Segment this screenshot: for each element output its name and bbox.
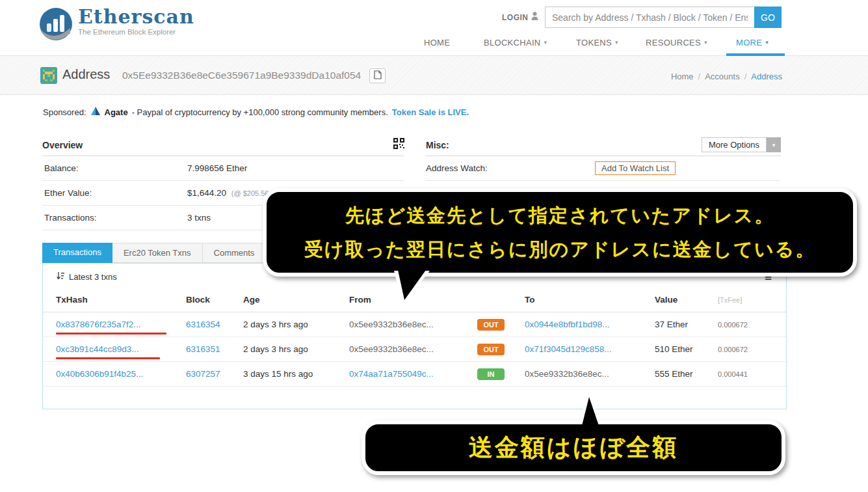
col-age: Age — [243, 295, 349, 305]
breadcrumb-separator — [744, 72, 747, 81]
address-value: 0x5Ee9332B36e8eC6e359671a9Be9339dDa10af0… — [122, 70, 361, 81]
annotation-bubble-bottom: 送金額はほぼ全額 — [362, 420, 785, 475]
chevron-down-icon: ▾ — [767, 137, 781, 152]
misc-title: Misc: — [426, 140, 449, 150]
red-underline-annotation — [56, 333, 166, 335]
bubble-tail — [582, 397, 599, 426]
login-link[interactable]: LOGIN — [502, 12, 538, 23]
breadcrumb-address[interactable]: Address — [751, 72, 782, 81]
age-cell: 2 days 3 hrs ago — [243, 320, 349, 329]
table-row: 0x40b6306b91f4b25... 6307257 3 days 15 h… — [43, 362, 786, 387]
breadcrumb-home[interactable]: Home — [671, 72, 694, 81]
table-row: 0xc3b91c44cc89d3... 6316351 2 days 3 hrs… — [43, 337, 786, 362]
nav-item-tokens[interactable]: TOKENS ▾ — [576, 38, 618, 48]
page-title: Address — [62, 67, 110, 82]
sponsored-label: Sponsored: — [43, 107, 86, 117]
ether-value-label: Ether Value: — [44, 188, 187, 198]
txhash-link[interactable]: 0x8378676f235a7f2... — [56, 320, 141, 329]
tab-erc20-token-txns[interactable]: Erc20 Token Txns — [112, 243, 203, 263]
sponsored-link[interactable]: Token Sale is LIVE. — [392, 107, 469, 117]
sort-amount-icon — [56, 271, 65, 282]
txfee-cell: 0.000672 — [718, 321, 774, 329]
sponsored-text: - Paypal of cryptocurrency by +100,000 s… — [132, 107, 388, 117]
nav-item-home[interactable]: HOME — [424, 38, 450, 48]
search-go-button[interactable]: GO — [754, 7, 782, 28]
txn-summary-label: Latest 3 txns — [69, 272, 117, 282]
address-watch-row: Address Watch: Add To Watch List — [426, 156, 781, 181]
col-value: Value — [655, 295, 718, 305]
from-address: 0x5ee9332b36e8ec... — [349, 320, 477, 329]
age-cell: 2 days 3 hrs ago — [243, 344, 349, 354]
balance-row: Balance: 7.998656 Ether — [42, 156, 404, 181]
sponsored-banner: Sponsored: Agate - Paypal of cryptocurre… — [43, 106, 469, 118]
annotation-line-2: 受け取った翌日にさらに別のアドレスに送金している。 — [273, 232, 847, 266]
breadcrumb: Home Accounts Address — [671, 72, 782, 81]
annotation-text: 送金額はほぼ全額 — [372, 428, 775, 467]
annotation-line-1: 先ほど送金先として指定されていたアドレス。 — [273, 198, 847, 232]
bubble-tail — [398, 270, 426, 300]
age-cell: 3 days 15 hrs ago — [243, 369, 349, 379]
direction-badge-out: OUT — [477, 319, 505, 331]
to-address: 0x5ee9332b36e8ec... — [525, 369, 655, 379]
col-block: Block — [186, 295, 243, 305]
block-link[interactable]: 6316354 — [186, 320, 243, 329]
col-to: To — [525, 295, 655, 305]
value-cell: 555 Ether — [655, 369, 718, 379]
address-identicon — [40, 67, 57, 84]
qr-code-icon[interactable] — [393, 138, 404, 152]
overview-title: Overview — [42, 140, 83, 150]
txhash-link[interactable]: 0x40b6306b91f4b25... — [56, 369, 143, 379]
value-cell: 510 Ether — [655, 344, 718, 354]
breadcrumb-accounts[interactable]: Accounts — [705, 72, 739, 81]
top-bar: Etherscan The Ethereum Block Explorer LO… — [0, 0, 868, 56]
login-label: LOGIN — [502, 13, 529, 22]
chevron-down-icon: ▾ — [765, 40, 769, 46]
from-address: 0x5ee9332b36e8ec... — [349, 344, 477, 354]
direction-badge-out: OUT — [477, 344, 505, 355]
chevron-down-icon: ▾ — [704, 40, 707, 46]
txhash-link[interactable]: 0xc3b91c44cc89d3... — [56, 344, 139, 354]
ether-value: $1,644.20 — [187, 188, 226, 198]
annotation-bubble-top: 先ほど送金先として指定されていたアドレス。 受け取った翌日にさらに別のアドレスに… — [263, 188, 857, 277]
tab-transactions[interactable]: Transactions — [42, 243, 112, 263]
chevron-down-icon: ▾ — [544, 40, 547, 46]
brand-name: Etherscan — [78, 7, 194, 27]
value-cell: 37 Ether — [655, 320, 718, 329]
to-address-link[interactable]: 0x0944e8bfbf1bd98... — [525, 320, 655, 329]
person-icon — [531, 12, 538, 23]
add-to-watchlist-button[interactable]: Add To Watch List — [595, 161, 676, 175]
table-row: 0x8378676f235a7f2... 6316354 2 days 3 hr… — [43, 312, 786, 337]
etherscan-logo-icon — [39, 7, 73, 44]
transactions-label: Transactions: — [44, 213, 187, 223]
more-options-label: More Options — [702, 137, 767, 152]
direction-badge-in: IN — [477, 368, 505, 380]
to-address-link[interactable]: 0x71f3045d129c858... — [525, 344, 655, 354]
balance-value: 7.998656 Ether — [187, 163, 402, 173]
txfee-cell: 0.000441 — [718, 370, 774, 378]
chevron-down-icon: ▾ — [615, 40, 618, 46]
etherscan-logo[interactable]: Etherscan The Ethereum Block Explorer — [39, 7, 194, 44]
tab-comments[interactable]: Comments — [203, 243, 267, 263]
more-options-button[interactable]: More Options ▾ — [702, 137, 781, 152]
copy-address-button[interactable] — [369, 68, 386, 83]
search-input[interactable] — [545, 7, 754, 28]
col-txfee: [TxFee] — [718, 296, 774, 304]
agate-logo-icon — [90, 106, 101, 118]
nav-item-blockchain[interactable]: BLOCKCHAIN ▾ — [484, 38, 547, 48]
from-address-link[interactable]: 0x74aa71a755049c... — [349, 369, 477, 379]
block-link[interactable]: 6316351 — [186, 344, 243, 354]
tab-bar: Transactions Erc20 Token Txns Comments — [42, 243, 266, 263]
misc-panel: Misc: More Options ▾ Address Watch: Add … — [426, 134, 781, 181]
txfee-cell: 0.000672 — [718, 346, 774, 353]
brand-tagline: The Ethereum Block Explorer — [78, 28, 194, 36]
nav-item-resources[interactable]: RESOURCES ▾ — [646, 38, 707, 48]
balance-label: Balance: — [44, 163, 187, 173]
nav-item-more[interactable]: MORE ▾ — [736, 38, 769, 48]
breadcrumb-separator — [698, 72, 701, 81]
sponsored-advertiser: Agate — [105, 107, 128, 117]
red-underline-annotation — [56, 357, 160, 359]
block-link[interactable]: 6307257 — [186, 369, 243, 379]
address-watch-label: Address Watch: — [426, 163, 595, 173]
copy-icon — [374, 70, 382, 82]
col-txhash: TxHash — [56, 295, 186, 305]
